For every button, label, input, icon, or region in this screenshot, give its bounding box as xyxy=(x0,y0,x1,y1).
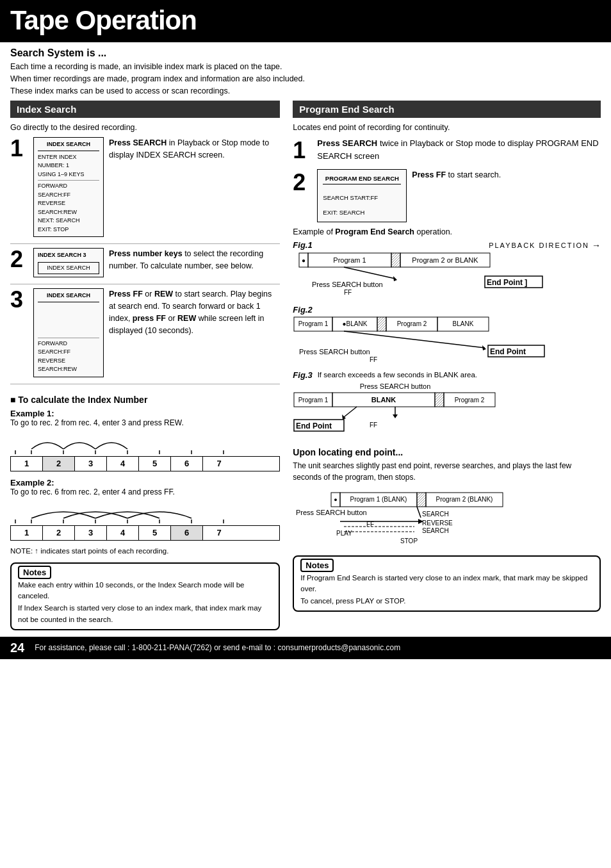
pes-step-1: 1 Press SEARCH twice in Playback or Stop… xyxy=(293,137,601,164)
arc-diagram-1 xyxy=(10,431,234,454)
svg-text:REVERSE: REVERSE xyxy=(422,520,453,527)
upon-locating-diagram: ● Program 1 (BLANK) Program 2 (BLANK) Pr… xyxy=(293,489,562,547)
svg-text:●BLANK: ●BLANK xyxy=(343,320,368,327)
svg-text:SEARCH: SEARCH xyxy=(422,527,449,534)
svg-text:FF: FF xyxy=(370,356,377,362)
svg-text:Program 2: Program 2 xyxy=(397,320,427,327)
fig1-container: Fig.1 PLAYBACK DIRECTION → ● Program 1 xyxy=(293,240,601,299)
pes-intro: Locates end point of recording for conti… xyxy=(293,123,601,132)
index-calc-note: NOTE: ↑ indicates start points of each r… xyxy=(10,547,280,555)
pes-fig-example-label: Example of Program End Search operation. xyxy=(293,227,601,236)
svg-line-52 xyxy=(344,407,357,417)
index-step-1: 1 INDEX SEARCH ENTER INDEX NUMBER: 1USIN… xyxy=(10,137,280,237)
fig2-diagram: Program 1 ●BLANK Program 2 BLANK Press S… xyxy=(293,316,562,362)
svg-text:End Point ]: End Point ] xyxy=(487,278,527,287)
svg-text:FF: FF xyxy=(370,422,377,429)
example1-text: To go to rec. 2 from rec. 4, enter 3 and… xyxy=(10,418,280,427)
index-notes-box: Notes Make each entry within 10 seconds,… xyxy=(10,562,280,630)
page-title: Tape Operation xyxy=(10,5,601,36)
fig2-container: Fig.2 Program 1 ●BLANK Program 2 BLANK P… xyxy=(293,305,601,364)
svg-rect-49 xyxy=(435,393,444,407)
step-num-1: 1 xyxy=(10,137,29,160)
upon-locating-heading: Upon locating end point... xyxy=(293,447,601,457)
index-search-screen-3: INDEX SEARCH FORWARD SEARCH:FFREVERSE SE… xyxy=(33,288,104,377)
svg-text:Program 1: Program 1 xyxy=(334,256,366,264)
example2-label: Example 2: xyxy=(10,478,280,487)
index-search-col: Index Search Go directly to the desired … xyxy=(10,101,288,630)
svg-text:Program 1 (BLANK): Program 1 (BLANK) xyxy=(350,496,407,503)
pes-step-2: 2 PROGRAM END SEARCH SEARCH START:FF EXI… xyxy=(293,169,601,222)
search-system-line2: When timer recordings are made, program … xyxy=(10,73,601,85)
index-calc-section: ■ To calculate the Index Number Example … xyxy=(10,391,280,555)
svg-text:FF: FF xyxy=(344,289,352,296)
svg-marker-55 xyxy=(393,414,398,418)
svg-marker-39 xyxy=(482,345,486,350)
number-line-2: 1 2 3 4 5 6 7 xyxy=(10,500,280,541)
pes-header: Program End Search xyxy=(293,101,601,118)
svg-text:●: ● xyxy=(302,257,306,264)
index-search-intro: Go directly to the desired recording. xyxy=(10,123,280,132)
svg-text:SEARCH: SEARCH xyxy=(422,511,449,518)
upon-locating-text: The unit searches slightly past end poin… xyxy=(293,460,601,483)
example2-text: To go to rec. 6 from rec. 2, enter 4 and… xyxy=(10,487,280,496)
index-search-screen-2: INDEX SEARCH 3 INDEX SEARCH xyxy=(33,248,104,277)
svg-text:End Point: End Point xyxy=(490,347,526,356)
svg-text:Program 2 or BLANK: Program 2 or BLANK xyxy=(412,256,479,264)
svg-text:PLAY: PLAY xyxy=(336,530,352,537)
fig3-diagram: Press SEARCH button Program 1 BLANK Prog… xyxy=(293,381,562,439)
page-number: 24 xyxy=(10,641,24,655)
svg-text:BLANK: BLANK xyxy=(453,320,474,327)
svg-marker-53 xyxy=(342,414,346,420)
page-header: Tape Operation xyxy=(0,0,611,42)
svg-text:●: ● xyxy=(334,496,338,503)
step-num-3: 3 xyxy=(10,288,29,311)
svg-text:Program 2: Program 2 xyxy=(455,397,485,404)
svg-text:Press SEARCH button: Press SEARCH button xyxy=(296,509,367,516)
pes-notes-box: Notes If Program End Search is started v… xyxy=(293,555,601,612)
svg-rect-20 xyxy=(391,253,400,267)
program-end-search-col: Program End Search Locates end point of … xyxy=(288,101,601,630)
footer-text: For assistance, please call : 1-800-211-… xyxy=(35,643,400,652)
pes-notes-line2: To cancel, press PLAY or STOP. xyxy=(300,596,593,607)
index-search-header: Index Search xyxy=(10,101,280,118)
svg-rect-63 xyxy=(417,493,426,507)
index-step-3: 3 INDEX SEARCH FORWARD SEARCH:FFREVERSE … xyxy=(10,288,280,377)
search-system-line3: These index marks can be used to access … xyxy=(10,85,601,97)
index-notes-title: Notes xyxy=(18,566,51,579)
svg-text:Press SEARCH button: Press SEARCH button xyxy=(299,348,370,356)
svg-text:Program 1: Program 1 xyxy=(298,397,329,404)
svg-text:STOP: STOP xyxy=(400,537,418,545)
index-step-2: 2 INDEX SEARCH 3 INDEX SEARCH Press numb… xyxy=(10,248,280,277)
example1-label: Example 1: xyxy=(10,409,280,418)
index-search-screen-1: INDEX SEARCH ENTER INDEX NUMBER: 1USING … xyxy=(33,137,104,237)
index-calc-heading: ■ To calculate the Index Number xyxy=(10,395,280,405)
index-notes-line1: Make each entry within 10 seconds, or th… xyxy=(18,580,272,602)
upon-locating-section: Upon locating end point... The unit sear… xyxy=(293,447,601,549)
svg-text:End Point: End Point xyxy=(296,422,332,430)
pes-notes-line1: If Program End Search is started very cl… xyxy=(300,573,593,595)
step-num-2: 2 xyxy=(10,248,29,271)
pes-notes-title: Notes xyxy=(300,559,334,572)
svg-text:Press SEARCH button: Press SEARCH button xyxy=(360,382,431,390)
search-system-heading: Search System is ... xyxy=(10,47,601,59)
svg-rect-33 xyxy=(377,317,386,331)
svg-text:BLANK: BLANK xyxy=(371,396,396,404)
svg-line-23 xyxy=(344,267,395,279)
number-line-1: 1 2 3 4 5 6 7 xyxy=(10,431,280,471)
svg-marker-24 xyxy=(393,276,397,281)
svg-text:Press SEARCH button: Press SEARCH button xyxy=(312,281,383,288)
fig3-container: Fig.3 If search exceeds a few seconds in… xyxy=(293,370,601,441)
search-system-section: Search System is ... Each time a recordi… xyxy=(0,42,611,101)
pes-screen-box: PROGRAM END SEARCH SEARCH START:FF EXIT:… xyxy=(317,169,407,222)
search-system-line1: Each time a recording is made, an invisi… xyxy=(10,61,601,73)
fig1-diagram: ● Program 1 Program 2 or BLANK Press SEA… xyxy=(293,252,562,297)
svg-text:Program 1: Program 1 xyxy=(298,320,329,327)
svg-line-38 xyxy=(344,331,485,348)
arc-diagram-2 xyxy=(10,500,234,523)
index-notes-line2: If Index Search is started very close to… xyxy=(18,603,272,625)
svg-line-67 xyxy=(417,507,421,518)
svg-text:Program 2 (BLANK): Program 2 (BLANK) xyxy=(436,496,493,503)
page-footer: 24 For assistance, please call : 1-800-2… xyxy=(0,637,611,659)
